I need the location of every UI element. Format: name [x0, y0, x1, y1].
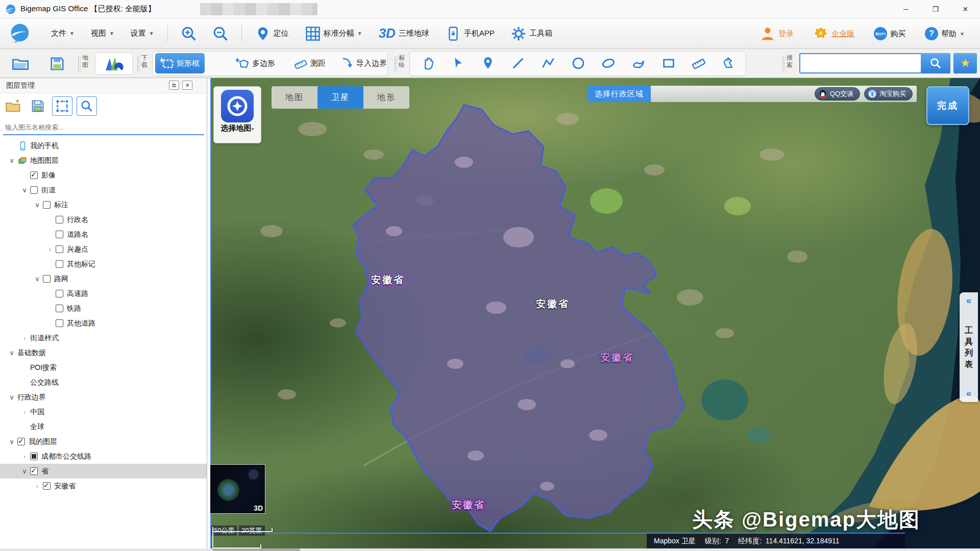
- taobao-buy-button[interactable]: 淘宝购买: [864, 87, 913, 101]
- tree-item-高速路[interactable]: 高速路: [0, 286, 207, 301]
- expander-open-icon[interactable]: ∨: [32, 201, 43, 209]
- layer-checkbox[interactable]: [56, 216, 63, 223]
- expander-open-icon[interactable]: ∨: [6, 349, 17, 357]
- tree-item-街道样式[interactable]: ›街道样式: [0, 331, 207, 345]
- buy-button[interactable]: BUY! 购买: [866, 22, 914, 45]
- expander-open-icon[interactable]: ∨: [19, 186, 30, 194]
- zoom-out-button[interactable]: [205, 22, 236, 45]
- tree-item-成都市公交线路[interactable]: ›成都市公交线路: [0, 449, 207, 464]
- tree-item-我的手机[interactable]: 我的手机: [0, 138, 207, 153]
- tree-item-我的图层[interactable]: ∨我的图层: [0, 434, 207, 449]
- hand-tool-button[interactable]: [414, 54, 441, 73]
- expander-open-icon[interactable]: ∨: [6, 157, 17, 164]
- polyline-tool-button[interactable]: [535, 54, 561, 73]
- drag-grip[interactable]: [78, 56, 81, 71]
- expander-open-icon[interactable]: ∨: [6, 438, 17, 445]
- basemap-tab-地形[interactable]: 地形: [363, 86, 409, 109]
- layer-checkbox[interactable]: [56, 245, 63, 253]
- tree-item-行政名[interactable]: 行政名: [0, 212, 207, 227]
- cursor-tool-button[interactable]: [445, 54, 471, 73]
- tree-item-路网[interactable]: ∨路网: [0, 271, 207, 286]
- favorites-button[interactable]: ★: [953, 53, 977, 73]
- layer-checkbox[interactable]: [30, 453, 38, 460]
- maximize-button[interactable]: ❐: [921, 0, 950, 18]
- standard-sheet-button[interactable]: 标准分幅▼: [297, 22, 371, 45]
- expander-closed-icon[interactable]: ›: [19, 453, 30, 460]
- 3d-earth-button[interactable]: 3D 三维地球: [371, 22, 437, 45]
- expander-closed-icon[interactable]: ›: [44, 245, 56, 253]
- expander-closed-icon[interactable]: ›: [32, 482, 43, 490]
- tree-item-地图图层[interactable]: ∨地图图层: [0, 153, 207, 168]
- polygon-button[interactable]: 多边形: [231, 53, 280, 73]
- marquee-select-button[interactable]: [52, 96, 72, 116]
- float-panel-button[interactable]: ⧉: [169, 81, 179, 90]
- tree-item-公交路线[interactable]: 公交路线: [0, 375, 207, 390]
- measure-button[interactable]: 测距: [289, 53, 331, 73]
- circle-tool-button[interactable]: [565, 54, 592, 73]
- ruler-tool-button[interactable]: [685, 54, 712, 73]
- enterprise-button[interactable]: 企业版: [805, 22, 863, 45]
- open-file-button[interactable]: [7, 53, 34, 75]
- tree-item-道路名[interactable]: 道路名: [0, 227, 207, 242]
- tree-item-影像[interactable]: 影像: [0, 168, 207, 183]
- tree-item-街道[interactable]: ∨街道: [0, 183, 207, 197]
- tree-item-其他道路[interactable]: 其他道路: [0, 316, 207, 331]
- layer-checkbox[interactable]: [43, 201, 51, 209]
- drag-grip[interactable]: [394, 56, 397, 71]
- tree-item-安徽省[interactable]: ›安徽省: [0, 479, 207, 493]
- layer-checkbox[interactable]: [43, 275, 51, 283]
- tree-item-基础数据[interactable]: ∨基础数据: [0, 345, 207, 360]
- locate-button[interactable]: 定位: [247, 22, 297, 45]
- map-download-button[interactable]: [95, 53, 133, 75]
- close-panel-button[interactable]: ✕: [182, 81, 192, 90]
- pin-tool-button[interactable]: [475, 54, 501, 73]
- zoom-in-button[interactable]: [173, 22, 205, 45]
- help-button[interactable]: ? 帮助▼: [917, 22, 973, 45]
- tree-item-全球[interactable]: 全球: [0, 419, 207, 434]
- line-tool-button[interactable]: [505, 54, 531, 73]
- layer-checkbox[interactable]: [30, 171, 38, 179]
- layer-checkbox[interactable]: [56, 319, 63, 327]
- save-layer-button[interactable]: [28, 96, 48, 116]
- mobile-app-button[interactable]: 手机APP: [437, 22, 503, 45]
- expander-closed-icon[interactable]: ›: [19, 408, 30, 416]
- open-layer-button[interactable]: [3, 96, 23, 116]
- tree-item-POI搜索[interactable]: POI搜索: [0, 360, 207, 375]
- close-button[interactable]: ✕: [950, 0, 980, 18]
- scrollbar-thumb[interactable]: [212, 548, 300, 551]
- tree-item-铁路[interactable]: 铁路: [0, 301, 207, 316]
- tree-item-行政边界[interactable]: ∨行政边界: [0, 390, 207, 405]
- tree-item-中国[interactable]: ›中国: [0, 405, 207, 419]
- qq-chat-button[interactable]: QQ交谈: [815, 87, 860, 101]
- drag-grip[interactable]: [782, 56, 785, 71]
- save-button[interactable]: [44, 53, 70, 75]
- layer-checkbox[interactable]: [43, 482, 51, 490]
- rect-box-button[interactable]: 矩形框: [155, 53, 205, 73]
- expander-open-icon[interactable]: ∨: [32, 275, 43, 283]
- menu-file[interactable]: 文件▼: [43, 22, 83, 45]
- select-map-widget[interactable]: 选择地图▾: [213, 86, 261, 143]
- layer-checkbox[interactable]: [56, 290, 63, 297]
- stamp-tool-button[interactable]: [716, 54, 742, 73]
- layer-checkbox[interactable]: [30, 186, 38, 194]
- horizontal-scrollbar[interactable]: [0, 548, 980, 551]
- curve-tool-button[interactable]: [625, 54, 652, 73]
- search-layer-button[interactable]: [77, 96, 97, 116]
- import-boundary-button[interactable]: 导入边界: [336, 53, 392, 73]
- tree-item-其他标记[interactable]: 其他标记: [0, 257, 207, 271]
- expander-closed-icon[interactable]: ›: [19, 334, 30, 342]
- layer-checkbox[interactable]: [17, 438, 25, 445]
- expander-open-icon[interactable]: ∨: [19, 467, 30, 475]
- layer-checkbox[interactable]: [56, 305, 63, 312]
- tree-item-兴趣点[interactable]: ›兴趣点: [0, 242, 207, 257]
- minimap-3d[interactable]: 3D: [210, 464, 265, 514]
- ellipse-tool-button[interactable]: [595, 54, 622, 73]
- drag-grip[interactable]: [137, 56, 140, 71]
- menu-settings[interactable]: 设置▼: [122, 22, 162, 45]
- finish-button[interactable]: 完成: [926, 86, 969, 125]
- rectangle-tool-button[interactable]: [655, 54, 682, 73]
- tool-list-tab[interactable]: « 工具列表 «: [960, 292, 978, 402]
- layer-checkbox[interactable]: [56, 260, 63, 268]
- map-viewport[interactable]: 安徽省安徽省安徽省安徽省 选择地图▾ 地图卫星地形 选择行政区域 QQ交谈 淘宝…: [210, 78, 980, 551]
- search-button[interactable]: [921, 53, 950, 73]
